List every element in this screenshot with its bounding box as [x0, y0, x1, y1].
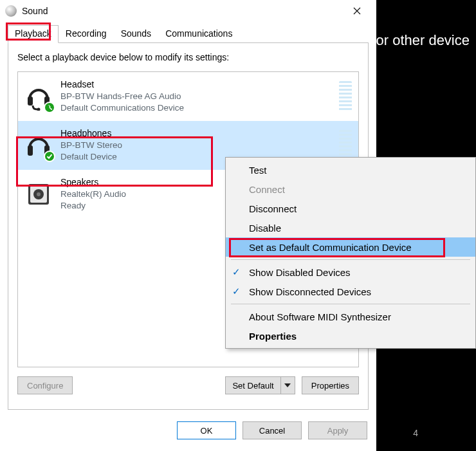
device-subtitle: BP-BTW Hands-Free AG Audio [60, 91, 333, 102]
tab-label: Playback [15, 28, 51, 39]
ctx-label: Test [249, 165, 267, 176]
ctx-disable[interactable]: Disable [226, 218, 475, 237]
ctx-label: Disable [249, 223, 281, 234]
ctx-label: Connect [249, 184, 285, 195]
ctx-about-midi[interactable]: About Software MIDI Synthesizer [226, 307, 475, 326]
button-label: Configure [27, 381, 63, 391]
device-headset[interactable]: Headset BP-BTW Hands-Free AG Audio Defau… [18, 72, 358, 121]
tab-recording[interactable]: Recording [59, 25, 114, 43]
ctx-label: Set as Default Communication Device [249, 242, 412, 253]
svg-rect-3 [28, 145, 33, 156]
svg-point-2 [37, 108, 41, 111]
ctx-separator [231, 259, 470, 260]
titlebar: Sound [0, 0, 376, 22]
headphones-icon [24, 131, 53, 160]
tab-label: Communications [165, 28, 232, 39]
level-meter [339, 81, 352, 112]
check-badge-icon [44, 151, 55, 162]
ctx-separator [231, 304, 470, 304]
button-label: Apply [327, 426, 349, 436]
device-status: Default Communications Device [60, 102, 333, 114]
button-label: Cancel [259, 426, 285, 436]
ctx-properties[interactable]: Properties [226, 326, 475, 345]
tab-strip: Playback Recording Sounds Communications [0, 22, 376, 42]
close-icon [353, 7, 361, 15]
background-partial-text: or other device [376, 32, 470, 49]
tab-sounds[interactable]: Sounds [114, 25, 158, 43]
sound-app-icon [5, 5, 17, 17]
chevron-down-icon [284, 383, 291, 387]
ctx-label: Show Disconnected Devices [249, 286, 371, 297]
level-meter [339, 130, 352, 161]
device-context-menu: Test Connect Disconnect Disable Set as D… [225, 157, 476, 349]
ctx-test[interactable]: Test [226, 160, 475, 179]
button-label: Properties [311, 381, 349, 391]
headset-icon [24, 82, 53, 111]
instruction-text: Select a playback device below to modify… [17, 52, 359, 62]
apply-button[interactable]: Apply [308, 421, 367, 439]
ctx-label: About Software MIDI Synthesizer [249, 311, 391, 322]
cancel-button[interactable]: Cancel [243, 421, 302, 439]
ctx-connect: Connect [226, 179, 475, 199]
properties-button[interactable]: Properties [302, 376, 359, 394]
tab-label: Recording [66, 28, 107, 39]
ctx-show-disabled[interactable]: ✓ Show Disabled Devices [226, 262, 475, 282]
ctx-show-disconnected[interactable]: ✓ Show Disconnected Devices [226, 282, 475, 301]
bottom-button-row: Configure Set Default Properties [17, 376, 359, 394]
ok-button[interactable]: OK [177, 421, 236, 439]
svg-point-8 [37, 192, 41, 196]
tab-playback[interactable]: Playback [8, 25, 59, 43]
button-label: Set Default [226, 377, 280, 394]
speaker-icon [24, 180, 53, 208]
tab-communications[interactable]: Communications [158, 25, 239, 43]
dialog-title: Sound [22, 6, 343, 16]
ctx-disconnect[interactable]: Disconnect [226, 199, 475, 218]
ctx-label: Properties [249, 331, 297, 342]
device-name: Headphones [60, 127, 333, 140]
check-icon: ✓ [232, 266, 241, 278]
ctx-label: Disconnect [249, 203, 297, 214]
button-label: OK [201, 426, 213, 436]
ctx-set-default-communication[interactable]: Set as Default Communication Device [226, 237, 475, 257]
check-icon: ✓ [232, 286, 241, 297]
background-corner-char: 4 [413, 428, 418, 438]
close-button[interactable] [343, 1, 371, 21]
device-name: Headset [60, 78, 333, 91]
dialog-button-row: OK Cancel Apply [0, 416, 376, 451]
ctx-label: Show Disabled Devices [249, 267, 351, 278]
phone-badge-icon [44, 102, 55, 113]
configure-button[interactable]: Configure [17, 376, 73, 394]
tab-label: Sounds [121, 28, 151, 39]
device-subtitle: BP-BTW Stereo [60, 140, 333, 151]
svg-rect-0 [28, 97, 33, 106]
set-default-dropdown[interactable] [280, 377, 295, 394]
device-text: Headset BP-BTW Hands-Free AG Audio Defau… [60, 78, 333, 114]
set-default-button[interactable]: Set Default [225, 376, 295, 394]
